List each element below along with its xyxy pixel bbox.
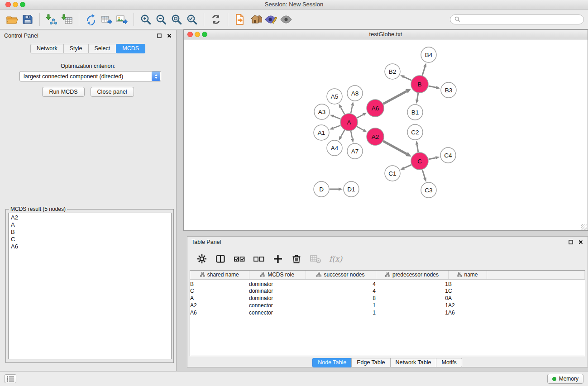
select-all-button[interactable] bbox=[234, 253, 245, 264]
graph-edge-A-A4[interactable] bbox=[339, 130, 344, 140]
graph-edge-A2-C[interactable] bbox=[383, 141, 411, 157]
function-builder-button[interactable]: f(x) bbox=[329, 254, 342, 263]
graph-node-C3[interactable]: C3 bbox=[421, 182, 436, 198]
zoom-window-button[interactable] bbox=[202, 32, 207, 37]
annotation-eye-button[interactable] bbox=[263, 11, 278, 28]
task-history-button[interactable] bbox=[5, 374, 16, 383]
graph-node-B[interactable]: B bbox=[411, 76, 428, 93]
graph-edge-C-C3[interactable] bbox=[422, 170, 426, 182]
graph-node-C4[interactable]: C4 bbox=[440, 148, 456, 163]
table-row[interactable]: Bdominator41B bbox=[190, 279, 585, 287]
close-app-button[interactable] bbox=[5, 2, 11, 7]
network-graph[interactable]: B4B2BB3A5A8A6A3B1AC2A1A2A4A7C4CC1C3DD1 bbox=[184, 40, 588, 230]
open-session-button[interactable] bbox=[5, 11, 20, 28]
graph-edge-B-B3[interactable] bbox=[429, 86, 440, 89]
zoom-out-button[interactable] bbox=[153, 11, 169, 28]
graph-node-A3[interactable]: A3 bbox=[314, 104, 330, 119]
delete-column-button[interactable] bbox=[291, 253, 302, 264]
close-panel-button[interactable]: Close panel bbox=[91, 87, 134, 97]
graph-node-B1[interactable]: B1 bbox=[407, 105, 423, 120]
new-network-button[interactable] bbox=[83, 11, 99, 28]
zoom-in-button[interactable] bbox=[138, 11, 153, 28]
resize-grip[interactable] bbox=[581, 224, 587, 230]
column-header-successor-nodes[interactable]: successor nodes bbox=[306, 271, 376, 279]
graph-node-A2[interactable]: A2 bbox=[367, 128, 384, 145]
deselect-all-button[interactable] bbox=[253, 253, 265, 264]
graph-edge-A-A1[interactable] bbox=[330, 125, 341, 129]
save-session-button[interactable] bbox=[20, 11, 35, 28]
graph-node-C[interactable]: C bbox=[411, 152, 428, 170]
graph-edge-A-A6[interactable] bbox=[357, 113, 367, 118]
delete-table-button[interactable] bbox=[310, 253, 321, 264]
column-header-shared-name[interactable]: shared name bbox=[190, 271, 249, 279]
mcds-result-list[interactable]: A2ABCA6 bbox=[8, 213, 172, 359]
close-panel-icon[interactable] bbox=[578, 239, 583, 245]
zoom-app-button[interactable] bbox=[20, 2, 25, 7]
graph-node-C2[interactable]: C2 bbox=[407, 124, 423, 140]
graph-edge-A-A7[interactable] bbox=[351, 131, 354, 143]
close-panel-icon[interactable] bbox=[167, 33, 172, 38]
show-graphics-button[interactable] bbox=[278, 11, 294, 28]
column-header-name[interactable]: name bbox=[448, 271, 487, 279]
search-input[interactable] bbox=[463, 16, 579, 23]
run-mcds-button[interactable]: Run MCDS bbox=[42, 87, 84, 97]
column-header-predecessor-nodes[interactable]: predecessor nodes bbox=[376, 271, 448, 279]
zoom-selected-button[interactable] bbox=[184, 11, 200, 28]
create-column-button[interactable] bbox=[272, 253, 283, 264]
zoom-fit-button[interactable] bbox=[169, 11, 184, 28]
graph-edge-C-C2[interactable] bbox=[416, 141, 419, 152]
float-panel-icon[interactable] bbox=[568, 239, 574, 245]
graph-node-A1[interactable]: A1 bbox=[314, 125, 329, 140]
table-row[interactable]: A2connector11A2 bbox=[190, 302, 585, 309]
minimize-app-button[interactable] bbox=[13, 2, 18, 7]
graph-edge-B-B1[interactable] bbox=[416, 93, 419, 104]
column-header-MCDS-role[interactable]: MCDS role bbox=[249, 271, 306, 279]
graph-edge-C-C1[interactable] bbox=[400, 165, 411, 170]
graph-edge-A-A5[interactable] bbox=[339, 104, 344, 114]
table-row[interactable]: Adominator80A bbox=[190, 295, 585, 302]
table-row[interactable]: A6connector11A6 bbox=[190, 309, 585, 316]
graph-node-A[interactable]: A bbox=[340, 114, 358, 131]
graph-edge-A-A8[interactable] bbox=[351, 102, 354, 114]
criterion-dropdown[interactable]: largest connected component (directed) bbox=[19, 71, 161, 81]
tab-select[interactable]: Select bbox=[88, 44, 117, 53]
graph-edge-A6-B[interactable] bbox=[383, 89, 411, 104]
home-button[interactable] bbox=[248, 11, 263, 28]
graph-edge-B-B4[interactable] bbox=[422, 63, 426, 76]
tab-style[interactable]: Style bbox=[63, 44, 89, 53]
tab-edge-table[interactable]: Edge Table bbox=[351, 358, 390, 367]
graph-node-A7[interactable]: A7 bbox=[347, 143, 363, 159]
graph-node-B4[interactable]: B4 bbox=[421, 47, 436, 62]
tab-network-table[interactable]: Network Table bbox=[390, 358, 437, 367]
node-table-grid[interactable]: shared nameMCDS rolesuccessor nodesprede… bbox=[190, 271, 585, 316]
tab-node-table[interactable]: Node Table bbox=[312, 358, 352, 367]
search-box[interactable] bbox=[450, 14, 584, 24]
export-table-button[interactable] bbox=[99, 11, 114, 28]
close-window-button[interactable] bbox=[187, 32, 193, 37]
export-document-button[interactable] bbox=[232, 11, 248, 28]
memory-button[interactable]: Memory bbox=[547, 374, 583, 384]
graph-edge-A-A3[interactable] bbox=[330, 115, 341, 119]
graph-edge-B-B2[interactable] bbox=[400, 75, 411, 81]
minimize-window-button[interactable] bbox=[195, 32, 200, 37]
float-panel-icon[interactable] bbox=[157, 33, 162, 38]
graph-node-B2[interactable]: B2 bbox=[385, 64, 400, 79]
network-canvas[interactable]: B4B2BB3A5A8A6A3B1AC2A1A2A4A7C4CC1C3DD1 bbox=[184, 40, 588, 230]
graph-node-C1[interactable]: C1 bbox=[385, 166, 400, 181]
export-image-button[interactable] bbox=[114, 11, 129, 28]
tab-network[interactable]: Network bbox=[30, 44, 64, 53]
tab-motifs[interactable]: Motifs bbox=[436, 358, 462, 367]
graph-node-A6[interactable]: A6 bbox=[367, 100, 384, 117]
import-table-button[interactable] bbox=[59, 11, 75, 28]
graph-node-D[interactable]: D bbox=[314, 181, 329, 197]
tab-mcds[interactable]: MCDS bbox=[116, 44, 145, 53]
graph-node-A5[interactable]: A5 bbox=[327, 89, 342, 104]
graph-node-B3[interactable]: B3 bbox=[441, 82, 456, 98]
import-network-button[interactable] bbox=[44, 11, 59, 28]
graph-node-A4[interactable]: A4 bbox=[327, 140, 342, 156]
graph-edge-C-C4[interactable] bbox=[429, 156, 440, 159]
table-settings-button[interactable] bbox=[196, 253, 207, 264]
graph-edge-D-D1[interactable] bbox=[330, 188, 343, 191]
graph-node-D1[interactable]: D1 bbox=[344, 181, 359, 197]
apply-layout-button[interactable] bbox=[208, 11, 224, 28]
